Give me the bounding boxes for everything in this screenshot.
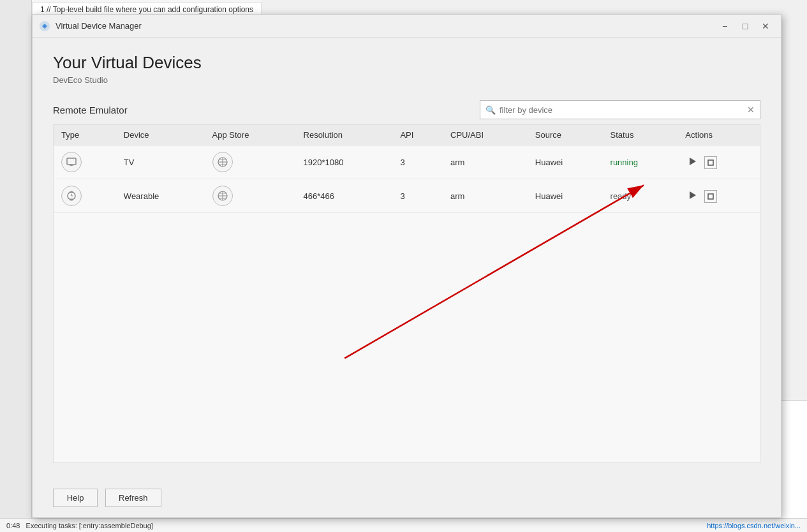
cpu-wearable: arm xyxy=(443,179,528,213)
status-left: 0:48 Executing tasks: [:entry:assembleDe… xyxy=(6,522,707,529)
table-header-row: Type Device App Store Resolution API CPU… xyxy=(54,125,760,145)
run-button-wearable[interactable] xyxy=(685,189,699,201)
api-tv: 3 xyxy=(392,145,443,179)
col-device: Device xyxy=(116,125,205,145)
col-appstore: App Store xyxy=(205,125,296,145)
close-button[interactable]: ✕ xyxy=(757,17,774,35)
ide-tab-label: 1 // Top-level build file where you can … xyxy=(40,5,253,14)
wearable-icon xyxy=(61,186,82,206)
svg-rect-22 xyxy=(708,194,713,199)
refresh-button[interactable]: Refresh xyxy=(105,489,161,507)
search-clear-icon[interactable]: ✕ xyxy=(747,105,755,115)
table-row: Wearable xyxy=(54,179,760,213)
svg-rect-10 xyxy=(708,160,713,165)
svg-marker-9 xyxy=(690,158,696,165)
api-wearable: 3 xyxy=(392,179,443,213)
col-cpu: CPU/ABI xyxy=(443,125,528,145)
page-subtitle: DevEco Studio xyxy=(53,75,760,85)
status-task: Executing tasks: [:entry:assembleDebug] xyxy=(26,522,153,529)
dialog-title: Virtual Device Manager xyxy=(56,21,716,31)
status-link[interactable]: https://blogs.csdn.net/weixin... xyxy=(707,522,801,529)
col-type: Type xyxy=(54,125,116,145)
vdm-titlebar: Virtual Device Manager − □ ✕ xyxy=(33,15,781,38)
ide-status-bar: 0:48 Executing tasks: [:entry:assembleDe… xyxy=(0,518,807,532)
actions-wearable xyxy=(677,179,760,213)
appstore-icon-tv xyxy=(212,152,233,172)
status-time: 0:48 xyxy=(6,522,20,529)
type-cell-tv xyxy=(54,145,116,179)
device-name-tv: TV xyxy=(116,145,205,179)
svg-marker-21 xyxy=(690,191,696,199)
col-status: Status xyxy=(603,125,678,145)
resolution-wearable: 466*466 xyxy=(296,179,393,213)
col-resolution: Resolution xyxy=(296,125,393,145)
svg-rect-1 xyxy=(67,158,76,165)
section-header: Remote Emulator 🔍 ✕ xyxy=(53,100,760,119)
stop-button-wearable[interactable] xyxy=(704,190,717,203)
search-box[interactable]: 🔍 ✕ xyxy=(480,100,760,119)
device-table-container: Type Device App Store Resolution API CPU… xyxy=(53,124,760,463)
window-controls: − □ ✕ xyxy=(716,17,774,35)
status-badge-wearable: ready xyxy=(611,191,632,201)
search-icon: 🔍 xyxy=(485,105,496,115)
maximize-button[interactable]: □ xyxy=(736,17,754,35)
source-tv: Huawei xyxy=(528,145,603,179)
ide-sidebar xyxy=(0,0,32,532)
search-input[interactable] xyxy=(500,105,747,115)
help-button[interactable]: Help xyxy=(53,489,98,507)
device-table: Type Device App Store Resolution API CPU… xyxy=(54,125,760,213)
col-api: API xyxy=(392,125,443,145)
cpu-tv: arm xyxy=(443,145,528,179)
actions-tv xyxy=(677,145,760,179)
col-actions: Actions xyxy=(677,125,760,145)
source-wearable: Huawei xyxy=(528,179,603,213)
appstore-cell-wearable xyxy=(205,179,296,213)
resolution-tv: 1920*1080 xyxy=(296,145,393,179)
status-tv: running xyxy=(603,145,678,179)
vdm-footer: Help Refresh xyxy=(33,478,781,517)
appstore-icon-wearable xyxy=(212,186,233,206)
run-button-tv[interactable] xyxy=(685,156,699,167)
stop-button-tv[interactable] xyxy=(704,156,717,169)
status-wearable: ready xyxy=(603,179,678,213)
svg-rect-13 xyxy=(70,199,73,200)
svg-rect-12 xyxy=(70,191,73,193)
tv-icon xyxy=(61,152,82,172)
appstore-cell-tv xyxy=(205,145,296,179)
vdm-dialog: Virtual Device Manager − □ ✕ Your Virtua… xyxy=(32,14,781,518)
section-title: Remote Emulator xyxy=(53,105,128,115)
col-source: Source xyxy=(528,125,603,145)
minimize-button[interactable]: − xyxy=(716,17,734,35)
vdm-content: Your Virtual Devices DevEco Studio Remot… xyxy=(33,38,781,478)
status-badge-tv: running xyxy=(611,158,638,167)
type-cell-wearable xyxy=(54,179,116,213)
table-row: TV xyxy=(54,145,760,179)
page-title: Your Virtual Devices xyxy=(53,53,760,73)
device-name-wearable: Wearable xyxy=(116,179,205,213)
deveco-logo-icon xyxy=(39,20,50,32)
